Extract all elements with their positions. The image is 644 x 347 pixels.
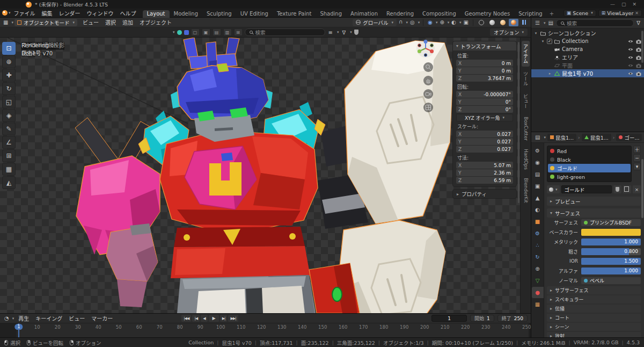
properties-tab-view-layer[interactable]: ▣ [532, 180, 544, 192]
transform-panel-header[interactable]: ▾ トランスフォーム [453, 41, 516, 50]
tool-color-primary[interactable] [177, 30, 182, 35]
add-material-slot-button[interactable]: ＋ [633, 146, 641, 153]
shading-wireframe-button[interactable] [477, 19, 486, 26]
grid-ortho-icon[interactable] [423, 103, 433, 112]
shading-material-button[interactable] [498, 19, 508, 26]
scale-z-field[interactable]: Z0.027 [456, 146, 513, 153]
properties-tab-particles[interactable]: ∴ [532, 240, 544, 251]
dimension-y-field[interactable]: Y2.36 m [456, 169, 513, 176]
workspace-tab-1[interactable]: Modeling [170, 10, 203, 18]
tool-cursor[interactable]: ⊕ [2, 55, 16, 68]
outliner-scrollbar[interactable] [641, 31, 643, 63]
shader-panel-1[interactable]: ▸スペキュラー [547, 295, 641, 303]
base-color-swatch[interactable] [581, 229, 641, 236]
dimension-x-field[interactable]: X5.07 m [456, 162, 513, 169]
n-panel-tab-3[interactable]: BoxCutter [523, 113, 529, 144]
timeline-menu-3[interactable]: マーカー [88, 314, 116, 322]
tool-option-2-icon[interactable]: ▣ [202, 28, 210, 36]
properties-tab-render[interactable]: ◉ [532, 157, 544, 168]
n-panel-tab-0[interactable]: アイテム [522, 41, 530, 67]
n-panel-tab-1[interactable]: ツール [522, 68, 530, 89]
tool-add-cube[interactable]: ⊞ [2, 149, 16, 162]
viewport-menu-0[interactable]: ビュー [79, 18, 102, 26]
properties-tab-data[interactable]: ▽ [532, 275, 544, 286]
n-panel-tab-5[interactable]: BlenderKit [523, 175, 529, 206]
metallic-slider[interactable]: 1.000 [581, 238, 641, 245]
tool-measure[interactable]: ∠ [2, 136, 16, 149]
properties-tab-scene[interactable]: ▲ [532, 192, 544, 204]
workspace-tab-5[interactable]: Shading [316, 10, 346, 18]
proportional-edit-icon[interactable]: ◎ [409, 19, 416, 25]
location-z-field[interactable]: Z3.7647 m [456, 75, 513, 82]
list-display-icon[interactable]: ≡ [327, 30, 334, 35]
tool-tweak-select[interactable]: ⊡ [2, 42, 16, 55]
scale-y-field[interactable]: Y0.027 [456, 138, 513, 145]
disable-in-render-icon[interactable] [635, 70, 642, 77]
outliner-row-2[interactable]: エリア [531, 53, 644, 61]
hand-pan-icon[interactable] [423, 76, 433, 85]
n-panel-tab-4[interactable]: HardOps [523, 146, 529, 173]
outliner-filter-icon[interactable]: ∇ [635, 20, 641, 26]
outliner-display-mode-icon[interactable]: ▤ [547, 20, 554, 26]
properties-tab-modifiers[interactable]: ⚙ [532, 228, 544, 239]
expand-caret-icon[interactable]: ▾ [540, 39, 545, 44]
viewport-menu-3[interactable]: オブジェクト [136, 18, 175, 26]
topbar-menu-3[interactable]: ウィンドウ [84, 9, 117, 17]
editor-type-outliner-icon[interactable]: ☰ [534, 20, 541, 26]
workspace-add-button[interactable]: + [547, 10, 557, 18]
mesh-icon[interactable] [554, 62, 560, 69]
material-slot-0[interactable]: Red [548, 147, 631, 155]
tool-rotate[interactable]: ↻ [2, 82, 16, 95]
hide-in-viewport-icon[interactable] [627, 46, 634, 53]
camera-view-icon[interactable] [423, 89, 433, 99]
transform-orientation-dropdown[interactable]: グローバル ▾ [353, 19, 397, 26]
viewport-canvas[interactable]: ⊡⊕✚↻◱◈✎∠⊞▦◭ カメラ・透視投影 (1) Collection | 昆虫… [0, 38, 531, 313]
workspace-tab-4[interactable]: Texture Paint [273, 10, 316, 18]
properties-scrollbar[interactable] [641, 159, 643, 218]
show-overlays-icon[interactable]: ◐ [450, 19, 457, 25]
tool-move[interactable]: ✚ [2, 69, 16, 82]
breadcrumb-object[interactable]: 昆虫1... [547, 134, 576, 141]
tool-option-5-icon[interactable]: ⊞ [234, 28, 243, 36]
outliner-row-0[interactable]: ▾✓Collection [531, 37, 644, 45]
blender-menu-icon[interactable] [2, 10, 8, 16]
hide-in-viewport-icon[interactable] [627, 62, 634, 69]
remove-material-slot-button[interactable]: − [633, 154, 641, 162]
rotation-y-field[interactable]: Y0° [456, 98, 513, 105]
material-slot-2[interactable]: ゴールド [548, 164, 631, 172]
rotation-z-field[interactable]: Z0° [456, 106, 513, 113]
scale-x-field[interactable]: X0.027 [456, 131, 513, 138]
xray-toggle-icon[interactable]: ▣ [463, 19, 470, 25]
outliner-search-input[interactable]: 検索 [556, 19, 634, 27]
rotation-mode-dropdown[interactable]: XYZ オイラー角 ▾ [456, 114, 513, 121]
surface-panel-header[interactable]: ▾ サーフェス [547, 208, 641, 218]
jump-to-prev-keyframe-button[interactable]: |◀ [192, 315, 200, 322]
editor-type-timeline-icon[interactable]: ◔ [3, 315, 10, 321]
n-panel-scrollbar[interactable] [518, 42, 519, 203]
viewport-menu-1[interactable]: 選択 [102, 18, 119, 26]
preview-panel-header[interactable]: ▸ プレビュー [547, 197, 641, 206]
material-slot-1[interactable]: Black [548, 155, 631, 164]
jump-to-end-button[interactable]: ▶▶| [228, 315, 238, 322]
topbar-menu-2[interactable]: レンダー [56, 9, 84, 17]
shader-panel-2[interactable]: ▸伝播 [547, 305, 641, 313]
outliner-row-3[interactable]: 平面 [531, 61, 644, 69]
hide-in-viewport-icon[interactable] [627, 70, 634, 77]
n-panel-tab-2[interactable]: ビュー [522, 91, 530, 112]
options-button[interactable]: オプション ▾ [490, 28, 528, 36]
outliner-row-4[interactable]: ▸昆虫1号 v70 [531, 69, 644, 77]
location-y-field[interactable]: Y0 m [456, 67, 513, 74]
tool-option-3-icon[interactable]: ▤ [213, 28, 221, 36]
play-button[interactable]: ▶ [209, 315, 219, 322]
shield-icon[interactable] [354, 30, 358, 35]
maximize-button[interactable]: ▢ [618, 2, 630, 7]
workspace-tab-0[interactable]: Layout [143, 10, 170, 18]
axis-gizmo[interactable] [416, 39, 435, 59]
workspace-tab-7[interactable]: Rendering [382, 10, 418, 18]
zoom-icon[interactable] [423, 62, 433, 72]
ior-slider[interactable]: 1.500 [581, 258, 641, 265]
tool-hardops[interactable]: ◭ [2, 176, 16, 189]
topbar-menu-4[interactable]: ヘルプ [117, 9, 140, 17]
scene-selector[interactable]: ▣ Scene ▾ [564, 10, 596, 17]
viewlayer-remove-icon[interactable]: ✕ [635, 11, 639, 16]
